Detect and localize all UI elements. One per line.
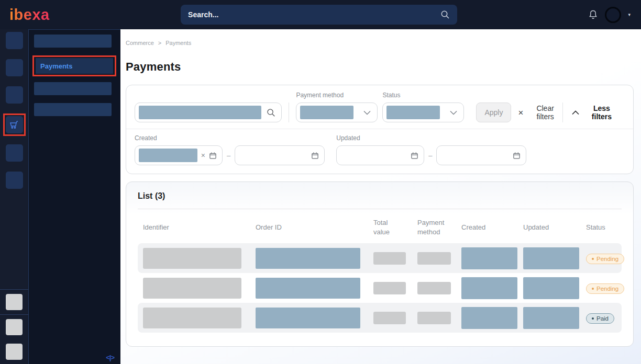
created-to-date-input[interactable] (235, 145, 325, 165)
col-created: Created (457, 223, 519, 232)
rail-divider-2 (0, 314, 29, 315)
filter-divider-vertical-2 (562, 103, 563, 122)
calendar-icon[interactable] (411, 152, 418, 160)
created-from-date-input[interactable]: × (135, 145, 223, 165)
sidebar-item-payments[interactable]: Payments (36, 58, 113, 74)
search-value-placeholder (139, 106, 261, 119)
payment-method-value-placeholder (300, 106, 353, 119)
created-label: Created (135, 134, 325, 142)
updated-from-date-input[interactable] (336, 145, 424, 165)
payment-method-label: Payment method (296, 92, 378, 99)
apply-button[interactable]: Apply (476, 103, 511, 122)
breadcrumb: Commerce > Payments (126, 37, 634, 46)
clear-filters-button[interactable]: × Clear filters (518, 103, 562, 122)
breadcrumb-payments: Payments (165, 40, 191, 46)
collapse-panel-icon[interactable]: <|> (106, 354, 114, 361)
clear-date-icon[interactable]: × (201, 152, 205, 159)
rail-bottom-item-2[interactable] (6, 319, 23, 335)
global-search[interactable] (181, 5, 457, 25)
nav-item-placeholder-3[interactable] (34, 103, 112, 116)
status-dot-icon (592, 317, 594, 320)
rail-nav-item-6[interactable] (6, 172, 23, 189)
chevron-up-icon (572, 110, 579, 115)
list-title: List (3) (126, 190, 633, 209)
updated-to-date-input[interactable] (436, 145, 526, 165)
nav-item-placeholder-1[interactable] (34, 35, 112, 48)
calendar-icon[interactable] (513, 152, 521, 160)
chevron-down-icon (363, 110, 371, 115)
status-value-placeholder (386, 106, 440, 119)
col-total-value: Total value (372, 218, 412, 236)
ibexa-logo[interactable]: ibexa (9, 6, 50, 24)
total-value-placeholder (373, 252, 406, 265)
updated-label: Updated (336, 134, 526, 142)
col-identifier: Identifier (138, 223, 256, 232)
rail-bottom-item-3[interactable] (6, 344, 23, 360)
filter-search-input[interactable] (135, 103, 282, 122)
main-content: Commerce > Payments Payments Payment met (120, 29, 641, 364)
order-id-placeholder (256, 248, 360, 269)
global-search-input[interactable] (188, 10, 440, 19)
col-payment-method: Payment method (412, 218, 457, 236)
calendar-icon[interactable] (209, 152, 217, 160)
rail-nav-item-commerce[interactable] (6, 116, 23, 133)
total-value-placeholder (373, 282, 406, 294)
highlight-box-commerce (3, 113, 26, 136)
secondary-nav-panel: Payments <|> (29, 29, 120, 364)
updated-placeholder (523, 247, 579, 269)
bell-icon[interactable] (588, 9, 598, 20)
breadcrumb-separator-icon: > (158, 40, 161, 46)
created-placeholder (461, 247, 517, 269)
created-placeholder (461, 307, 517, 329)
created-from-value-placeholder (139, 149, 197, 162)
topbar-actions: ▾ (588, 7, 631, 23)
rail-bottom-item-1[interactable] (6, 294, 23, 310)
global-search-wrap (50, 5, 589, 25)
identifier-placeholder (143, 308, 241, 328)
rail-nav-item-2[interactable] (6, 59, 23, 76)
range-dash: – (227, 152, 230, 160)
updated-placeholder (523, 307, 579, 329)
range-dash: – (428, 152, 432, 160)
table-header-row: Identifier Order ID Total value Payment … (138, 209, 622, 243)
search-icon[interactable] (440, 10, 450, 19)
payments-list-card: List (3) Identifier Order ID Total value… (126, 181, 634, 347)
clear-filters-label: Clear filters (528, 104, 562, 121)
table-row[interactable]: Pending (138, 273, 622, 303)
status-badge: Pending (586, 283, 624, 294)
highlight-box-payments: Payments (32, 55, 116, 76)
caret-down-icon[interactable]: ▾ (628, 13, 631, 17)
identifier-placeholder (143, 278, 241, 299)
breadcrumb-commerce[interactable]: Commerce (126, 40, 154, 46)
payment-method-placeholder (417, 252, 451, 265)
icon-rail (0, 29, 29, 364)
topbar: ibexa ▾ (0, 0, 641, 29)
search-icon[interactable] (267, 108, 275, 117)
rail-nav-item-1[interactable] (6, 32, 23, 49)
less-filters-button[interactable]: Less filters (572, 103, 620, 122)
chevron-down-icon (450, 110, 457, 115)
status-dot-icon (592, 288, 594, 290)
status-badge: Pending (586, 254, 624, 264)
updated-placeholder (523, 277, 579, 299)
rail-nav-item-3[interactable] (6, 86, 23, 104)
identifier-placeholder (143, 248, 241, 269)
status-dot-icon (592, 258, 594, 260)
payment-method-placeholder (417, 282, 451, 294)
col-status: Status (581, 223, 622, 232)
table-row[interactable]: Paid (138, 303, 622, 333)
rail-nav-item-5[interactable] (6, 144, 23, 162)
avatar[interactable] (605, 7, 621, 23)
table-row[interactable]: Pending (138, 243, 622, 273)
cart-icon (9, 120, 19, 130)
col-updated: Updated (519, 223, 581, 232)
status-select[interactable] (382, 103, 464, 122)
filters-card: Payment method Status (126, 85, 634, 174)
rail-divider (0, 289, 29, 290)
calendar-icon[interactable] (311, 152, 319, 160)
nav-item-placeholder-2[interactable] (34, 82, 112, 95)
page-title: Payments (126, 60, 634, 74)
created-placeholder (461, 277, 517, 299)
order-id-placeholder (256, 278, 360, 299)
payment-method-select[interactable] (296, 103, 378, 122)
